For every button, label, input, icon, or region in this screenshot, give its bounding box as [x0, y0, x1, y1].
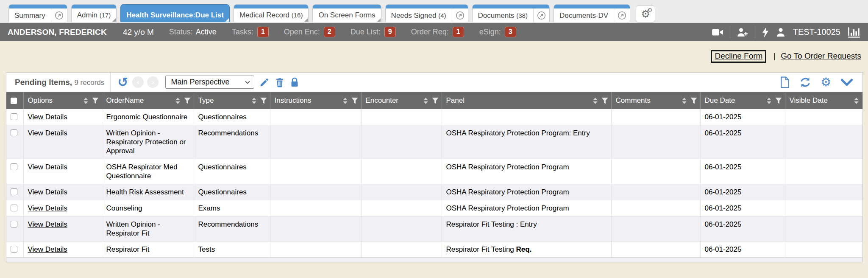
cell-due-date: 06-01-2025	[700, 241, 785, 258]
cell-order-name: Counseling	[102, 200, 194, 216]
tab-menu-fold-icon	[377, 18, 381, 22]
order-req-label: Order Req:	[411, 28, 449, 37]
select-all-header[interactable]	[6, 92, 23, 109]
bar-chart-icon[interactable]	[848, 27, 860, 38]
view-details-link[interactable]: View Details	[28, 163, 67, 171]
tab-settings-button[interactable]: ⚙ ⚙	[636, 6, 655, 22]
sort-icon	[853, 97, 860, 105]
filter-icon	[92, 97, 99, 104]
filter-icon	[431, 97, 439, 104]
document-icon[interactable]	[780, 76, 790, 88]
patient-age-sex: 42 y/o M	[123, 28, 154, 37]
cell-due-date: 06-01-2025	[700, 200, 785, 216]
decline-form-link[interactable]: Decline Form	[715, 51, 762, 60]
row-checkbox[interactable]	[11, 246, 17, 253]
view-details-link[interactable]: View Details	[28, 129, 67, 137]
cell-encounter	[361, 241, 442, 258]
refresh-icon[interactable]	[799, 77, 811, 88]
col-ordername[interactable]: OrderName	[102, 92, 194, 109]
view-details-link[interactable]: View Details	[28, 113, 67, 121]
prev-perspective-button[interactable]: ‹	[132, 76, 144, 88]
go-to-order-requests-link[interactable]: Go To Order Requests	[781, 51, 861, 60]
required-flag: Req.	[516, 245, 532, 253]
cell-encounter	[361, 200, 442, 216]
divider	[730, 27, 730, 38]
row-checkbox[interactable]	[11, 129, 17, 136]
open-in-new-icon[interactable]	[614, 8, 630, 22]
table-row: View Details Health Risk Assessment Ques…	[6, 184, 862, 200]
video-camera-icon[interactable]	[712, 28, 723, 37]
gear-icon[interactable]: ⚙	[821, 76, 831, 88]
row-checkbox[interactable]	[11, 188, 17, 195]
open-enc-badge[interactable]: 2	[324, 27, 335, 37]
cell-instructions	[270, 200, 361, 216]
col-options[interactable]: Options	[23, 92, 102, 109]
tab-health-surveillance-due-list[interactable]: Health Surveillance:Due List	[120, 4, 230, 22]
esign-badge[interactable]: 3	[505, 27, 516, 37]
tab-documents[interactable]: Documents (38)	[472, 4, 550, 22]
undo-icon[interactable]: ↺	[117, 76, 128, 89]
lock-icon[interactable]	[290, 77, 299, 88]
sort-icon	[82, 97, 89, 105]
row-checkbox[interactable]	[11, 113, 17, 120]
cell-type: Recommendations	[194, 125, 270, 159]
cell-encounter	[361, 184, 442, 200]
cell-type: Recommendations	[194, 216, 270, 241]
patient-banner: ANDERSON, FREDERICK 42 y/o M Status: Act…	[0, 23, 868, 41]
cell-encounter	[361, 159, 442, 184]
tab-summary[interactable]: Summary	[8, 4, 67, 22]
tab-medical-record[interactable]: Medical Record (16)	[234, 4, 309, 22]
sort-icon	[422, 97, 429, 105]
lightning-icon[interactable]	[762, 27, 769, 38]
col-visible-date[interactable]: Visible Date	[785, 92, 862, 109]
view-details-link[interactable]: View Details	[28, 204, 67, 212]
table-row: View Details Respirator Fit Tests Respir…	[6, 241, 862, 258]
select-all-checkbox[interactable]	[11, 98, 17, 104]
pencil-icon[interactable]	[259, 77, 270, 87]
cell-instructions	[270, 159, 361, 184]
col-comments[interactable]: Comments	[611, 92, 700, 109]
tab-admin[interactable]: Admin (17)	[71, 4, 117, 22]
tab-documents-dv[interactable]: Documents-DV	[554, 4, 630, 22]
open-in-new-icon[interactable]	[452, 8, 468, 22]
col-due-date[interactable]: Due Date	[700, 92, 785, 109]
cell-type: Exams	[194, 200, 270, 216]
open-in-new-icon[interactable]	[51, 8, 67, 22]
view-details-link[interactable]: View Details	[28, 188, 67, 196]
perspective-select[interactable]: Main Perspective	[165, 76, 254, 89]
person-icon[interactable]	[776, 27, 786, 37]
col-type[interactable]: Type	[194, 92, 270, 109]
sort-icon	[174, 97, 181, 105]
open-in-new-icon[interactable]	[533, 8, 549, 22]
cell-panel: OSHA Respiratory Protection Program: Ent…	[442, 125, 611, 159]
view-details-link[interactable]: View Details	[28, 220, 67, 228]
due-list-badge[interactable]: 9	[384, 27, 396, 37]
record-count: 9 records	[74, 79, 104, 87]
col-panel[interactable]: Panel	[442, 92, 611, 109]
divider	[110, 73, 111, 92]
order-req-badge[interactable]: 1	[453, 27, 464, 37]
cell-visible-date	[785, 200, 862, 216]
person-add-icon[interactable]	[737, 27, 748, 37]
row-checkbox[interactable]	[11, 205, 17, 211]
next-perspective-button[interactable]: ›	[147, 76, 159, 88]
row-checkbox[interactable]	[11, 221, 17, 227]
cell-order-name: Ergonomic Questionnaire	[102, 109, 194, 125]
col-encounter[interactable]: Encounter	[361, 92, 442, 109]
tasks-badge[interactable]: 1	[257, 27, 269, 37]
row-checkbox[interactable]	[11, 163, 17, 170]
view-details-link[interactable]: View Details	[28, 245, 67, 253]
col-instructions[interactable]: Instructions	[270, 92, 361, 109]
trash-icon[interactable]	[275, 77, 285, 88]
table-row: View Details Written Opinion - Respirato…	[6, 216, 862, 241]
select-chevron-icon	[245, 80, 250, 84]
cell-instructions	[270, 184, 361, 200]
tab-needs-signed[interactable]: Needs Signed (4)	[385, 4, 468, 22]
cell-visible-date	[785, 184, 862, 200]
sort-icon	[765, 97, 773, 105]
tab-on-screen-forms[interactable]: On Screen Forms	[312, 4, 381, 22]
cell-comments	[611, 200, 700, 216]
chevron-down-icon[interactable]	[840, 78, 853, 87]
tab-label: Health Surveillance:Due List	[121, 11, 229, 20]
tab-top-strip	[121, 5, 229, 8]
